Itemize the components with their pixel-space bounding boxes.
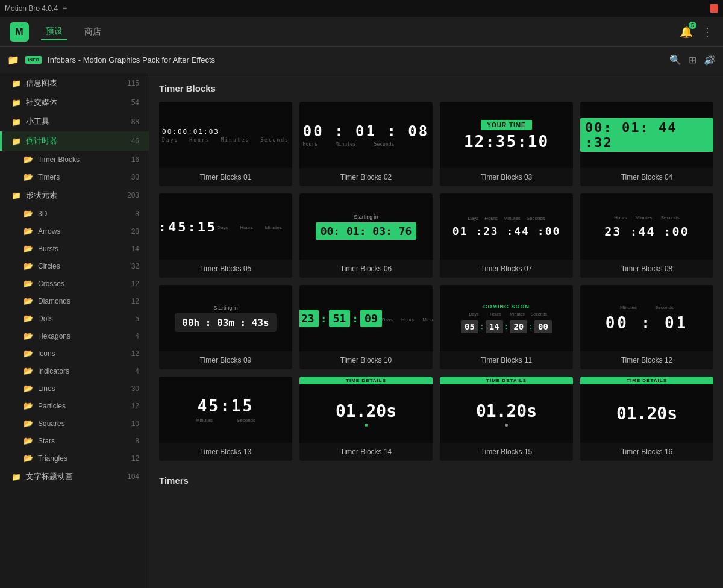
thumb-05: 22:45:15 Days Hours Minutes Seconds bbox=[159, 193, 292, 260]
folder-icon: 📂 bbox=[23, 209, 33, 218]
sidebar-item-timers[interactable]: 📂 Timers 30 bbox=[0, 168, 149, 186]
grid-view-button[interactable]: ⊞ bbox=[689, 54, 696, 66]
grid-item-timer-blocks-14[interactable]: TIME DETAILS 01.20s Timer Blocks 14 bbox=[299, 377, 433, 461]
label-11: Timer Blocks 11 bbox=[440, 351, 573, 369]
sidebar-item-lines[interactable]: 📂 Lines 30 bbox=[0, 380, 149, 397]
thumb-01: 00:00:01:03 Days Hours Minutes Seconds bbox=[159, 102, 292, 168]
sidebar-item-text-titles[interactable]: 📁 文字标题动画 104 bbox=[0, 467, 149, 486]
content-area: Timer Blocks 00:00:01:03 Days Hours Minu… bbox=[149, 74, 723, 588]
grid-item-timer-blocks-16[interactable]: TIME DETAILS 01.20s Timer Blocks 16 bbox=[580, 377, 713, 461]
title-bar: Motion Bro 4.0.4 ≡ bbox=[0, 0, 723, 17]
timer-blocks-grid: 00:00:01:03 Days Hours Minutes Seconds T… bbox=[159, 102, 713, 461]
grid-item-timer-blocks-12[interactable]: Minutes Seconds 00 : 01 Timer Blocks 12 bbox=[580, 285, 713, 369]
folder-icon: 📁 bbox=[11, 98, 21, 107]
sidebar-item-social[interactable]: 📁 社交媒体 54 bbox=[0, 93, 149, 112]
folder-icon: 📂 bbox=[23, 331, 33, 340]
nav-tab-preset[interactable]: 预设 bbox=[41, 23, 67, 40]
sidebar-item-infographics[interactable]: 📁 信息图表 115 bbox=[0, 74, 149, 93]
sidebar-item-indicators[interactable]: 📂 Indicators 4 bbox=[0, 362, 149, 380]
grid-item-timer-blocks-05[interactable]: 22:45:15 Days Hours Minutes Seconds Time… bbox=[159, 193, 292, 278]
label-03: Timer Blocks 03 bbox=[440, 168, 573, 186]
label-05: Timer Blocks 05 bbox=[159, 260, 292, 278]
top-nav: M 预设 商店 🔔 5 ⋮ bbox=[0, 17, 723, 47]
logo: M bbox=[10, 22, 29, 42]
more-menu-icon[interactable]: ⋮ bbox=[701, 25, 713, 39]
grid-item-timer-blocks-10[interactable]: 01 : 23 : 51 : 09 Days Hours Minutes Sec… bbox=[299, 285, 433, 369]
label-09: Timer Blocks 09 bbox=[159, 351, 292, 369]
notification-icon[interactable]: 🔔 5 bbox=[680, 25, 693, 39]
main-layout: 📁 信息图表 115 📁 社交媒体 54 📁 小工具 88 📁 倒计时器 46 … bbox=[0, 74, 723, 588]
grid-item-timer-blocks-03[interactable]: YOUR TIME 12:35:10 Timer Blocks 03 bbox=[440, 102, 573, 186]
thumb-02: 00 : 01 : 08 Hours Minutes Seconds bbox=[299, 102, 433, 168]
sidebar-item-shapes[interactable]: 📁 形状元素 203 bbox=[0, 186, 149, 205]
sidebar-item-circles[interactable]: 📂 Circles 32 bbox=[0, 257, 149, 275]
close-button[interactable] bbox=[710, 4, 718, 13]
sidebar-item-icons[interactable]: 📂 Icons 12 bbox=[0, 345, 149, 362]
grid-item-timer-blocks-04[interactable]: 00: 01: 44 :32 Timer Blocks 04 bbox=[580, 102, 713, 186]
sidebar-item-dots[interactable]: 📂 Dots 5 bbox=[0, 310, 149, 327]
sidebar-item-squares[interactable]: 📂 Squares 10 bbox=[0, 414, 149, 432]
app-name: Motion Bro 4.0.4 bbox=[5, 4, 58, 13]
label-13: Timer Blocks 13 bbox=[159, 443, 292, 461]
sidebar-item-particles[interactable]: 📂 Particles 12 bbox=[0, 397, 149, 414]
folder-icon: 📂 bbox=[23, 366, 33, 375]
label-04: Timer Blocks 04 bbox=[580, 168, 713, 186]
folder-icon: 📂 bbox=[23, 227, 33, 236]
folder-icon: 📂 bbox=[23, 172, 33, 181]
sidebar-item-3d[interactable]: 📂 3D 8 bbox=[0, 205, 149, 222]
sidebar: 📁 信息图表 115 📁 社交媒体 54 📁 小工具 88 📁 倒计时器 46 … bbox=[0, 74, 149, 588]
sidebar-item-tools[interactable]: 📁 小工具 88 bbox=[0, 112, 149, 131]
sidebar-item-crosses[interactable]: 📂 Crosses 12 bbox=[0, 275, 149, 292]
folder-icon: 📂 bbox=[23, 384, 33, 393]
label-08: Timer Blocks 08 bbox=[580, 260, 713, 278]
folder-icon: 📂 bbox=[23, 436, 33, 445]
folder-icon: 📂 bbox=[23, 454, 33, 463]
label-16: Timer Blocks 16 bbox=[580, 443, 713, 461]
thumb-09: Starting in 00h : 03m : 43s bbox=[159, 285, 292, 351]
thumb-03: YOUR TIME 12:35:10 bbox=[440, 102, 573, 168]
sidebar-item-hexagons[interactable]: 📂 Hexagons 4 bbox=[0, 327, 149, 345]
grid-item-timer-blocks-07[interactable]: Days Hours Minutes Seconds 01 :23 :44 :0… bbox=[440, 193, 573, 278]
sidebar-item-stars[interactable]: 📂 Stars 8 bbox=[0, 432, 149, 449]
grid-item-timer-blocks-15[interactable]: TIME DETAILS 01.20s Timer Blocks 15 bbox=[440, 377, 573, 461]
sidebar-item-triangles[interactable]: 📂 Triangles 12 bbox=[0, 449, 149, 467]
sidebar-item-timer-blocks[interactable]: 📂 Timer Blocks 16 bbox=[0, 151, 149, 168]
search-button[interactable]: 🔍 bbox=[669, 54, 681, 66]
folder-icon: 📁 bbox=[11, 137, 21, 146]
label-01: Timer Blocks 01 bbox=[159, 168, 292, 186]
folder-icon: 📂 bbox=[23, 155, 33, 164]
label-14: Timer Blocks 14 bbox=[299, 443, 433, 461]
label-12: Timer Blocks 12 bbox=[580, 351, 713, 369]
folder-icon: 📁 bbox=[11, 79, 21, 88]
pack-logo: INFO bbox=[25, 56, 42, 64]
label-07: Timer Blocks 07 bbox=[440, 260, 573, 278]
sidebar-item-arrows[interactable]: 📂 Arrows 28 bbox=[0, 222, 149, 240]
menu-icon[interactable]: ≡ bbox=[63, 4, 67, 13]
grid-item-timer-blocks-08[interactable]: Hours Minutes Seconds 23 :44 :00 Timer B… bbox=[580, 193, 713, 278]
nav-tab-store[interactable]: 商店 bbox=[80, 24, 106, 40]
sidebar-item-countdown[interactable]: 📁 倒计时器 46 bbox=[0, 131, 149, 151]
grid-item-timer-blocks-01[interactable]: 00:00:01:03 Days Hours Minutes Seconds T… bbox=[159, 102, 292, 186]
thumb-15: TIME DETAILS 01.20s bbox=[440, 377, 573, 443]
thumb-11: COMING SOON Days Hours Minutes Seconds 0… bbox=[440, 285, 573, 351]
sidebar-item-diamonds[interactable]: 📂 Diamonds 12 bbox=[0, 292, 149, 310]
folder-icon: 📁 bbox=[11, 472, 21, 481]
folder-icon: 📂 bbox=[23, 296, 33, 305]
notif-badge: 5 bbox=[689, 22, 696, 29]
pack-title: Infobars - Motion Graphics Pack for Afte… bbox=[48, 55, 215, 64]
folder-icon: 📁 bbox=[7, 54, 19, 66]
grid-item-timer-blocks-09[interactable]: Starting in 00h : 03m : 43s Timer Blocks… bbox=[159, 285, 292, 369]
folder-icon: 📂 bbox=[23, 419, 33, 428]
grid-item-timer-blocks-13[interactable]: 45:15 Minutes Seconds Timer Blocks 13 bbox=[159, 377, 292, 461]
folder-icon: 📂 bbox=[23, 349, 33, 358]
folder-icon: 📁 bbox=[11, 191, 21, 200]
thumb-14: TIME DETAILS 01.20s bbox=[299, 377, 433, 443]
grid-item-timer-blocks-02[interactable]: 00 : 01 : 08 Hours Minutes Seconds Timer… bbox=[299, 102, 433, 186]
label-02: Timer Blocks 02 bbox=[299, 168, 433, 186]
thumb-08: Hours Minutes Seconds 23 :44 :00 bbox=[580, 193, 713, 260]
sidebar-item-bursts[interactable]: 📂 Bursts 14 bbox=[0, 240, 149, 257]
sound-button[interactable]: 🔊 bbox=[704, 54, 716, 66]
grid-item-timer-blocks-11[interactable]: COMING SOON Days Hours Minutes Seconds 0… bbox=[440, 285, 573, 369]
grid-item-timer-blocks-06[interactable]: Starting in 00: 01: 03: 76 Timer Blocks … bbox=[299, 193, 433, 278]
label-15: Timer Blocks 15 bbox=[440, 443, 573, 461]
